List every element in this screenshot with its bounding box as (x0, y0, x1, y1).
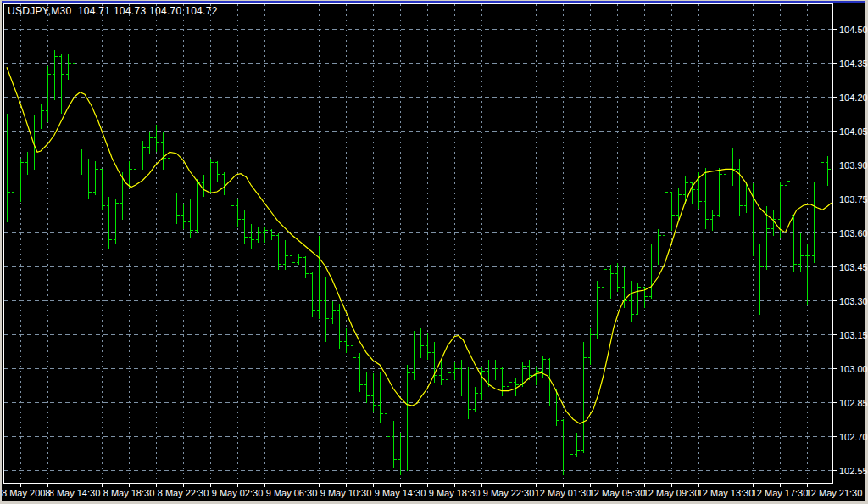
ohlc-bar (385, 406, 390, 446)
time-label: 8 May 22:30 (158, 488, 209, 498)
ohlc-bar (805, 244, 810, 305)
price-label: 103.30 (839, 296, 868, 306)
ohlc-bar (229, 183, 234, 213)
ohlc-bar (66, 54, 71, 80)
ohlc-bar (331, 301, 336, 324)
ohlc-bar (242, 210, 248, 244)
price-label: 103.15 (839, 330, 868, 340)
ohlc-bar (609, 265, 614, 299)
ohlc-bar (25, 152, 31, 175)
ohlc-bar (398, 433, 403, 475)
ohlc-bar (432, 342, 437, 383)
ohlc-bar (236, 199, 241, 227)
ohlc-bar (575, 433, 580, 457)
time-label: 12 May 09:30 (643, 488, 700, 498)
ohlc-bar (670, 193, 675, 231)
ohlc-bar (561, 419, 566, 475)
ohlc-bar (758, 244, 763, 315)
ohlc-bar (459, 360, 465, 396)
time-scale[interactable]: 8 May 20088 May 14:308 May 18:308 May 22… (2, 484, 862, 498)
price-label: 104.35 (839, 59, 868, 69)
ohlc-bar (493, 360, 498, 380)
ohlc-bar (276, 233, 281, 270)
ohlc-bar (283, 240, 288, 270)
ohlc-bar (100, 170, 105, 210)
ohlc-bar (405, 365, 410, 471)
ohlc-bar (649, 244, 654, 299)
ohlc-bar (412, 331, 417, 380)
ohlc-bar (46, 66, 51, 122)
ohlc-bar (249, 224, 254, 249)
ohlc-bar (188, 199, 193, 238)
ohlc-bar (147, 132, 153, 154)
ohlc-bars-group (5, 46, 831, 475)
chart-title-overlay: USDJPY,M30 104.71 104.73 104.70 104.72 (8, 5, 218, 17)
ohlc-bar (778, 182, 783, 238)
time-label: 9 May 14:30 (375, 488, 426, 498)
ohlc-bar (663, 188, 668, 238)
ohlc-bar (710, 210, 715, 231)
ohlc-bar (270, 229, 275, 240)
price-label: 104.50 (839, 25, 868, 35)
ohlc-bar (344, 328, 349, 353)
ohlc-bar (466, 367, 471, 419)
ohlc-bar (39, 104, 44, 129)
ohlc-bar (168, 154, 173, 220)
ohlc-bar (93, 161, 98, 195)
ohlc-bar (290, 249, 295, 267)
price-label: 104.05 (839, 126, 868, 137)
time-label: 9 May 18:30 (429, 488, 481, 498)
chart-frame (4, 4, 833, 484)
ohlc-bar (453, 362, 458, 380)
time-label: 8 May 14:30 (49, 488, 101, 498)
ohlc-bar (426, 333, 431, 360)
ohlc-bar (371, 373, 376, 412)
ohlc-bar (120, 172, 125, 220)
ohlc-bar (161, 132, 166, 170)
time-label: 8 May 2008 (2, 488, 50, 498)
time-label: 12 May 21:30 (806, 488, 863, 498)
ohlc-bar (568, 428, 573, 471)
ohlc-bar (215, 161, 220, 182)
ohlc-bar (507, 372, 512, 392)
ohlc-bar (446, 367, 451, 387)
ohlc-bar (202, 175, 207, 197)
ohlc-bar (595, 281, 600, 339)
ohlc-bar (209, 159, 214, 193)
ohlc-bar (392, 421, 397, 468)
ohlc-bar (195, 179, 200, 233)
ohlc-bar (364, 372, 370, 403)
ohlc-bar (622, 267, 627, 308)
time-label: 9 May 10:30 (320, 488, 372, 498)
price-scale[interactable]: 104.50104.35104.20104.05103.90103.75103.… (832, 25, 868, 476)
ohlc-bar (181, 204, 186, 229)
ohlc-bar (222, 172, 227, 195)
price-label: 102.70 (839, 432, 868, 442)
ohlc-bar (324, 277, 329, 342)
ohlc-bar (53, 50, 58, 100)
ohlc-bar (32, 115, 37, 170)
ohlc-bar (792, 216, 797, 272)
time-label: 9 May 22:30 (483, 488, 535, 498)
price-label: 103.60 (839, 228, 868, 238)
ohlc-bar (473, 387, 478, 412)
ohlc-bar (114, 199, 119, 244)
ohlc-bar (134, 149, 139, 202)
grid (4, 4, 832, 483)
ohlc-bar (636, 283, 641, 315)
ohlc-bar (602, 263, 607, 301)
ohlc-bar (480, 367, 485, 400)
ohlc-bar (358, 353, 363, 392)
price-label: 103.90 (839, 160, 868, 171)
ohlc-bar (826, 156, 831, 186)
ohlc-bar (86, 159, 92, 199)
ohlc-bar (724, 136, 729, 179)
ohlc-bar (80, 149, 85, 175)
ohlc-bar (588, 328, 593, 365)
price-chart[interactable]: 104.50104.35104.20104.05103.90103.75103.… (0, 0, 868, 504)
plot-frame (4, 4, 833, 484)
ohlc-bar (819, 156, 824, 190)
ohlc-bar (717, 168, 722, 217)
price-label: 104.20 (839, 92, 868, 103)
time-label: 9 May 02:30 (212, 488, 264, 498)
